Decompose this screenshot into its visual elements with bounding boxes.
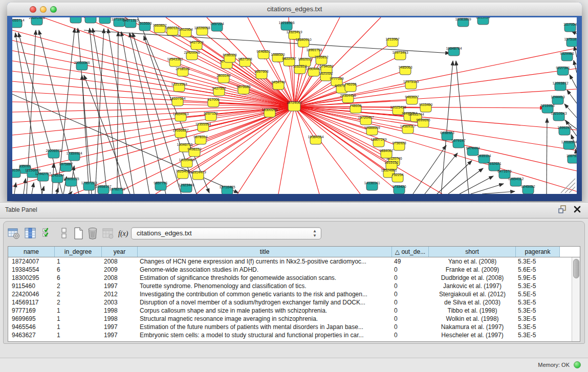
- column-header-short[interactable]: short: [429, 247, 516, 257]
- show-columns-icon[interactable]: [24, 227, 36, 239]
- graph-node-label: 8813054: [476, 17, 490, 19]
- select-rows-icon[interactable]: [41, 227, 54, 239]
- table-cell: 5.3E-5: [516, 257, 560, 266]
- table-cell: 22420046: [8, 290, 55, 298]
- graph-edge: [12, 40, 294, 106]
- table-cell: 2008: [102, 274, 138, 282]
- table-row[interactable]: 946362711997Embryonic stem cells: a mode…: [8, 331, 580, 339]
- graph-edge: [482, 191, 515, 194]
- graph-node-label: 9360124: [165, 26, 179, 30]
- table-cell: 9115460: [8, 282, 55, 290]
- graph-node-label: 19166827: [172, 128, 188, 132]
- graph-node-label: 20206576: [46, 149, 61, 152]
- graph-edge: [108, 29, 134, 194]
- graph-edge: [125, 17, 294, 106]
- graph-edge: [78, 28, 92, 194]
- graph-node-label: 9857791: [154, 181, 167, 185]
- graph-edge: [460, 176, 493, 194]
- new-table-icon[interactable]: [72, 227, 84, 239]
- graph-edge: [90, 28, 107, 194]
- table-row[interactable]: 969969511998Structural magnetic resonanc…: [8, 315, 580, 323]
- table-cell: Changes of HCN gene expression and I(f) …: [138, 257, 392, 266]
- column-header-in_degree[interactable]: in_degree: [55, 247, 102, 257]
- table-row[interactable]: 1456911722003Disruption of a novel membe…: [8, 298, 580, 307]
- table-cell: 5.3E-5: [516, 315, 560, 323]
- graph-node-label: 14136141: [364, 181, 380, 185]
- table-cell: 1: [55, 331, 102, 339]
- graph-node-label: 7955812: [314, 55, 328, 59]
- graph-node[interactable]: [70, 17, 81, 23]
- graph-node-label: 9822037: [282, 57, 296, 60]
- table-row[interactable]: 1938455462009Genome-wide association stu…: [8, 266, 580, 274]
- table-cell: Investigating the contribution of common…: [138, 290, 392, 298]
- graph-node-label: 1621022: [319, 72, 333, 75]
- graph-node-label: 6938923: [440, 131, 454, 135]
- table-selector-dropdown[interactable]: citations_edges.txt ▲▼: [131, 227, 321, 239]
- graph-node[interactable]: [85, 17, 96, 23]
- resize-grip[interactable]: [561, 179, 575, 193]
- table-cell: 5.3E-5: [516, 307, 560, 315]
- delete-table-icon[interactable]: [86, 227, 99, 239]
- close-panel-icon[interactable]: [574, 206, 581, 213]
- graph-node-label: 9245052: [521, 185, 535, 188]
- table-row[interactable]: 2242004622012Investigating the contribut…: [8, 290, 580, 298]
- graph-node-label: 9678314: [193, 135, 207, 139]
- column-header-pagerank[interactable]: pagerank: [516, 247, 560, 257]
- table-cell: 6: [55, 274, 102, 282]
- table-cell: Yano et al. (2008): [429, 257, 516, 266]
- graph-node-label: 1615152: [384, 161, 398, 164]
- row-height-icon[interactable]: [58, 227, 70, 239]
- table-cell: Embryonic stem cells: a model to study s…: [138, 331, 392, 339]
- table-cell: 0: [392, 315, 429, 323]
- table-settings-icon[interactable]: [8, 227, 20, 239]
- graph-edge: [448, 168, 483, 194]
- graph-node-label: 7485063: [398, 65, 412, 69]
- table-row[interactable]: 977716911998Corpus callosum shape and si…: [8, 307, 580, 315]
- graph-node-label: 9699695: [416, 118, 430, 122]
- memory-ok-icon: [574, 361, 581, 368]
- network-canvas[interactable]: 1405571420691406106532871527602646616010…: [12, 17, 577, 194]
- table-row[interactable]: 1830029562008Estimation of significance …: [8, 274, 580, 282]
- float-panel-icon[interactable]: [558, 205, 568, 213]
- column-header-out_de[interactable]: △ out_de...: [392, 247, 429, 257]
- graph-node-label: 9115460: [419, 103, 433, 106]
- graph-node-label: 2667608: [254, 70, 268, 73]
- table-row[interactable]: 946554611997Estimation of the future num…: [8, 323, 580, 331]
- graph-node-label: 917006: [207, 98, 219, 101]
- graph-node-label: 1244413: [551, 95, 564, 99]
- graph-node-label: 12942757: [35, 172, 51, 176]
- graph-node-label: 12093872: [552, 81, 568, 85]
- table-cell: 5.9E-5: [516, 274, 560, 282]
- graph-edge: [24, 179, 26, 194]
- graph-node-label: 18807249: [371, 138, 386, 141]
- graph-node-label: 7625402: [176, 169, 189, 173]
- column-header-year[interactable]: year: [102, 247, 138, 257]
- table-vertical-scrollbar[interactable]: [572, 257, 580, 341]
- table-row[interactable]: 1872400712008Changes of HCN gene express…: [8, 257, 580, 266]
- table-cell: 0: [392, 282, 429, 290]
- table-cell: 2: [55, 298, 102, 307]
- table-cell: 1997: [102, 323, 138, 331]
- graph-node-label: 9427509: [189, 40, 203, 44]
- graph-node-label: 9498222: [187, 147, 201, 151]
- table-cell: 5.3E-5: [516, 298, 560, 307]
- graph-edge: [574, 60, 577, 73]
- graph-node-label: 15524861: [381, 168, 397, 172]
- graph-node-label: 9777169: [330, 77, 343, 80]
- graph-edge: [294, 106, 360, 194]
- function-builder-icon[interactable]: f(x): [117, 227, 132, 239]
- column-header-title[interactable]: title: [138, 247, 392, 257]
- status-bar: Memory: OK: [0, 358, 588, 372]
- column-header-name[interactable]: name: [8, 247, 55, 257]
- graph-node-label: 2718126: [176, 67, 189, 71]
- table-cell: 0: [392, 266, 429, 274]
- graph-node[interactable]: [99, 17, 111, 24]
- graph-node-label: 12505135: [63, 177, 79, 181]
- graph-node-label: 748656: [350, 104, 361, 107]
- table-cell: 1: [55, 323, 102, 331]
- scrollbar-thumb[interactable]: [573, 259, 579, 278]
- table-row[interactable]: 911546021997Tourette syndrome. Phenomeno…: [8, 282, 580, 290]
- window-titlebar[interactable]: citations_edges.txt: [7, 3, 582, 16]
- graph-edge: [567, 90, 577, 103]
- graph-node-label: 7515526: [138, 21, 151, 25]
